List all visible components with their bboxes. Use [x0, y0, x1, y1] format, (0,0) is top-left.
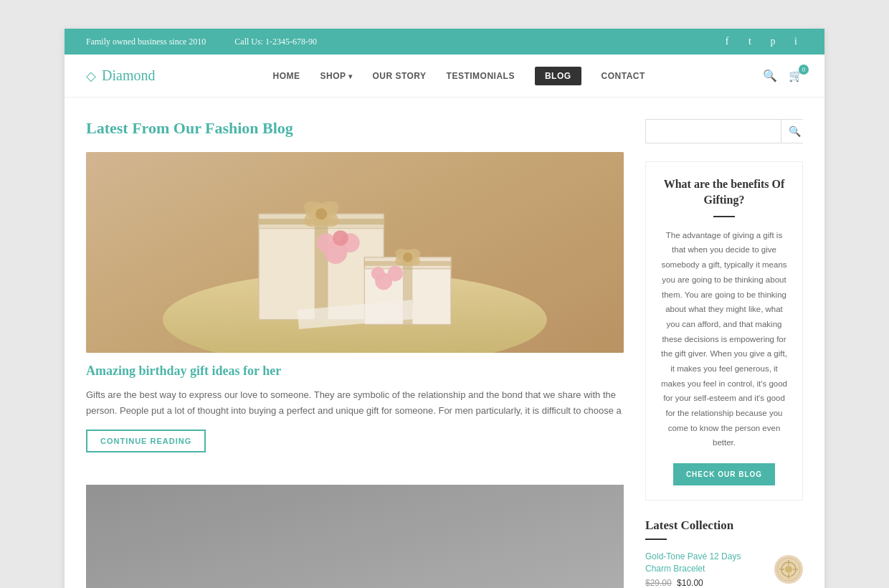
search-button[interactable]: 🔍: [781, 120, 808, 143]
gifting-card-title: What are the benefits Of Gifting?: [660, 176, 788, 209]
top-bar-left: Family owned business since 2010 Call Us…: [86, 37, 317, 47]
top-bar: Family owned business since 2010 Call Us…: [65, 29, 824, 54]
cart-badge: 0: [799, 65, 809, 75]
collection-thumb-1: [774, 555, 803, 584]
post-title-1[interactable]: Amazing birthday gift ideas for her: [86, 364, 624, 379]
post2-image-svg: [86, 485, 624, 588]
nav-ourstory-link[interactable]: OUR STORY: [372, 71, 426, 81]
svg-point-21: [388, 266, 403, 281]
collection-info-1: Gold-Tone Pavé 12 Days Charm Bracelet $2…: [645, 551, 767, 588]
svg-rect-4: [315, 214, 328, 319]
main-content: Latest From Our Fashion Blog: [65, 98, 824, 588]
blog-post-1: Amazing birthday gift ideas for her Gift…: [86, 152, 624, 463]
collection-price-1: $29.00 $10.00: [645, 578, 767, 588]
post-excerpt-1: Gifts are the best way to express our lo…: [86, 387, 624, 419]
twitter-icon[interactable]: t: [743, 34, 757, 49]
post-content-1: Amazing birthday gift ideas for her Gift…: [86, 353, 624, 463]
phone: Call Us: 1-2345-678-90: [234, 37, 317, 47]
search-icon[interactable]: 🔍: [763, 69, 777, 82]
collection-divider: [645, 539, 667, 540]
tagline: Family owned business since 2010: [86, 37, 206, 47]
nav-home-link[interactable]: HOME: [273, 71, 300, 81]
diamond-icon: ◇: [86, 68, 96, 84]
nav-contact[interactable]: CONTACT: [602, 70, 645, 82]
latest-collection: Latest Collection Gold-Tone Pavé 12 Days…: [645, 518, 803, 588]
blog-section-title: Latest From Our Fashion Blog: [86, 119, 624, 138]
nav-ourstory[interactable]: OUR STORY: [372, 70, 426, 82]
sidebar: 🔍 What are the benefits Of Gifting? The …: [645, 119, 803, 588]
nav-shop-link[interactable]: SHOP: [320, 71, 353, 81]
social-icons: f t p i: [720, 34, 803, 49]
nav-home[interactable]: HOME: [273, 70, 300, 82]
check-blog-button[interactable]: CHECK OUR BLOG: [673, 463, 775, 485]
svg-point-19: [403, 252, 412, 262]
post-image-1: [86, 152, 624, 353]
price-new-1: $10.00: [677, 578, 703, 588]
svg-point-27: [785, 566, 792, 573]
svg-point-11: [316, 233, 336, 252]
title-divider: [713, 216, 735, 217]
svg-point-12: [333, 230, 348, 245]
nav-contact-link[interactable]: CONTACT: [602, 71, 645, 81]
blog-section: Latest From Our Fashion Blog: [86, 119, 624, 588]
gifting-card-text: The advantage of giving a gift is that w…: [660, 228, 788, 450]
sidebar-search[interactable]: 🔍: [645, 119, 803, 143]
logo-text: Diamond: [102, 67, 155, 84]
nav-links: HOME SHOP OUR STORY TESTIMONIALS BLOG CO…: [273, 70, 645, 82]
pinterest-icon[interactable]: p: [766, 34, 780, 49]
continue-reading-button[interactable]: CONTINUE READING: [86, 430, 206, 452]
gift-image-svg: [86, 152, 624, 353]
instagram-icon[interactable]: i: [789, 34, 803, 49]
svg-rect-24: [86, 485, 624, 588]
logo[interactable]: ◇ Diamond: [86, 67, 155, 84]
nav-right: 🔍 🛒 0: [763, 69, 803, 82]
nav-blog[interactable]: BLOG: [535, 70, 581, 82]
blog-post-2: [86, 485, 624, 588]
collection-item-1: Gold-Tone Pavé 12 Days Charm Bracelet $2…: [645, 551, 803, 588]
search-input[interactable]: [646, 120, 781, 143]
gifting-card: What are the benefits Of Gifting? The ad…: [645, 161, 803, 501]
nav-shop[interactable]: SHOP: [320, 70, 353, 82]
collection-item-name-1[interactable]: Gold-Tone Pavé 12 Days Charm Bracelet: [645, 551, 767, 575]
post-image-2: [86, 485, 624, 588]
collection-title: Latest Collection: [645, 518, 803, 533]
nav-testimonials[interactable]: TESTIMONIALS: [447, 70, 515, 82]
nav-testimonials-link[interactable]: TESTIMONIALS: [447, 71, 515, 81]
main-nav: ◇ Diamond HOME SHOP OUR STORY TESTIMONIA…: [65, 54, 824, 98]
price-old-1: $29.00: [645, 578, 672, 588]
svg-point-8: [315, 208, 327, 219]
svg-point-22: [371, 267, 385, 280]
cart-icon[interactable]: 🛒 0: [789, 69, 803, 82]
nav-blog-link[interactable]: BLOG: [535, 67, 581, 85]
facebook-icon[interactable]: f: [720, 34, 734, 49]
